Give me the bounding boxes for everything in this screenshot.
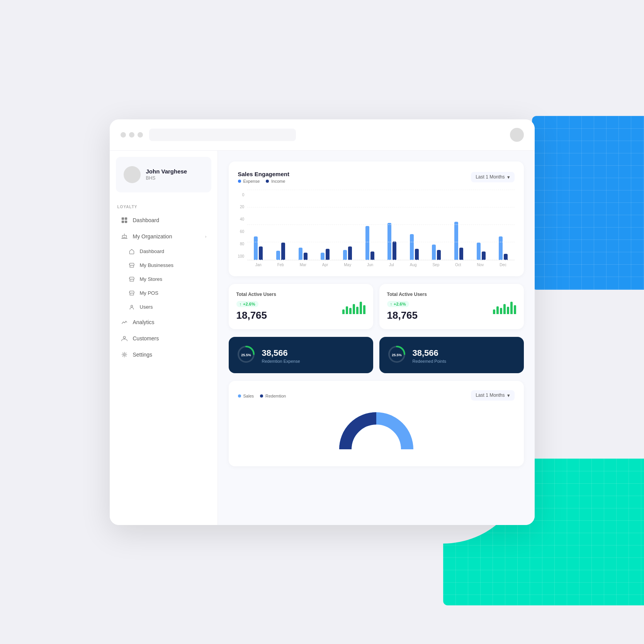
dashboard-icon [121, 216, 128, 224]
sidebar-subitem-dashboard[interactable]: Dashboard [113, 245, 214, 258]
window-dot-close[interactable] [121, 132, 126, 138]
svg-text:25.5%: 25.5% [392, 353, 402, 357]
period-label: Last 1 Months [476, 174, 505, 180]
circular-progress-2: 25.5% [387, 345, 406, 364]
mini-bar [496, 306, 499, 314]
bar-group [499, 236, 508, 260]
bar-income [482, 251, 486, 260]
shop-icon [128, 304, 135, 311]
bar-group [276, 243, 285, 260]
mini-bar [356, 307, 359, 314]
bar-income [415, 249, 419, 260]
window-dot-minimize[interactable] [129, 132, 134, 138]
x-label: Mar [300, 263, 306, 267]
sidebar: John Varghese BHS LOYALTY Dashboard My O… [110, 151, 218, 525]
sidebar-item-label: Dashboard [133, 217, 160, 223]
stat-change-2: +2.6% [394, 302, 406, 306]
dark-card-label-2: Redeemed Points [413, 359, 446, 364]
sidebar-subitem-users[interactable]: Users [113, 300, 214, 314]
chart-bars [247, 190, 514, 260]
bar-chart: 100 80 60 40 20 0 [238, 190, 515, 267]
card-title: Sales Engagement [238, 171, 289, 177]
bar-expense [432, 245, 436, 260]
bar-expense [254, 236, 258, 260]
arrow-up-icon: ↑ [390, 302, 393, 306]
svg-point-6 [123, 336, 125, 338]
legend-expense: Expense [238, 179, 260, 184]
sidebar-item-label: My Organization [133, 233, 172, 240]
x-label: Apr [322, 263, 328, 267]
donut-svg [338, 407, 415, 457]
bar-income [393, 241, 396, 260]
bottom-chart-card: Sales Redemtion Last 1 Months ▾ [229, 381, 524, 466]
organization-icon [121, 233, 128, 240]
sidebar-subitem-my-stores[interactable]: My Stores [113, 272, 214, 286]
browser-window: John Varghese BHS LOYALTY Dashboard My O… [110, 119, 535, 525]
legend-label-redemtion: Redemtion [265, 394, 286, 398]
address-bar[interactable] [149, 129, 296, 141]
mini-bar [363, 305, 365, 314]
bar-expense [454, 222, 458, 260]
bar-income [437, 250, 441, 260]
mini-bar [500, 308, 502, 314]
dark-card-value-1: 38,566 [262, 348, 300, 358]
chart-legend: Expense Income [238, 179, 289, 184]
arrow-up-icon: ↑ [240, 302, 242, 306]
bottom-period-label: Last 1 Months [476, 393, 505, 398]
y-label: 100 [238, 254, 245, 258]
chart-gridlines [247, 190, 514, 260]
user-name: John Varghese [146, 168, 187, 175]
title-bar [110, 119, 535, 151]
sidebar-item-dashboard[interactable]: Dashboard [113, 212, 214, 228]
bar-group [299, 248, 308, 260]
bar-expense [477, 243, 481, 260]
svg-rect-0 [121, 217, 124, 219]
x-label: Jun [367, 263, 373, 267]
y-label: 80 [238, 242, 245, 246]
stat-badge-2: ↑ +2.6% [387, 301, 409, 307]
dark-card-2: 25.5% 38,566 Redeemed Points [379, 337, 524, 373]
mini-bar [503, 304, 506, 314]
stat-value-2: 18,765 [387, 309, 418, 321]
bottom-legend: Sales Redemtion [238, 394, 286, 398]
sidebar-subitem-my-businesses[interactable]: My Businesses [113, 258, 214, 272]
shop-icon [128, 290, 135, 297]
bar-income [504, 254, 508, 260]
bar-expense [276, 251, 280, 260]
sidebar-item-customers[interactable]: Customers [113, 330, 214, 347]
bar-income [459, 248, 463, 260]
bar-income [326, 249, 330, 260]
period-selector[interactable]: Last 1 Months ▾ [471, 172, 514, 182]
y-label: 40 [238, 217, 245, 221]
y-axis: 100 80 60 40 20 0 [238, 193, 248, 258]
y-label: 20 [238, 205, 245, 209]
sidebar-item-analytics[interactable]: Analytics [113, 314, 214, 330]
legend-income: Income [266, 179, 285, 184]
y-label: 0 [238, 193, 245, 197]
stat-card-title-2: Total Active Users [387, 292, 516, 297]
mini-bar [360, 302, 362, 314]
bar-income [370, 251, 374, 260]
sidebar-subitem-my-pos[interactable]: My POS [113, 286, 214, 300]
stat-badge-1: ↑ +2.6% [236, 301, 258, 307]
chevron-down-icon: ▾ [507, 393, 510, 398]
dark-card-label-1: Redemtion Expense [262, 359, 300, 364]
stat-card-2: Total Active Users ↑ +2.6% 18,765 [379, 284, 524, 329]
sidebar-user-profile[interactable]: John Varghese BHS [116, 157, 211, 192]
legend-dot-sales [238, 394, 241, 398]
window-controls [121, 132, 143, 138]
mini-bar [510, 302, 513, 314]
shop-icon [128, 276, 135, 283]
stat-value-1: 18,765 [236, 309, 267, 321]
sidebar-item-settings[interactable]: Settings [113, 347, 214, 363]
sidebar-subitem-label: My Businesses [140, 262, 173, 268]
window-dot-maximize[interactable] [138, 132, 143, 138]
bar-group [477, 243, 486, 260]
shop-icon [128, 262, 135, 269]
sidebar-subitem-label: My Stores [140, 276, 163, 282]
bar-group [387, 223, 396, 260]
chevron-right-icon: › [205, 234, 207, 239]
bottom-period-selector[interactable]: Last 1 Months ▾ [471, 390, 514, 401]
x-label: Dec [500, 263, 506, 267]
sidebar-item-my-organization[interactable]: My Organization › [113, 228, 214, 245]
